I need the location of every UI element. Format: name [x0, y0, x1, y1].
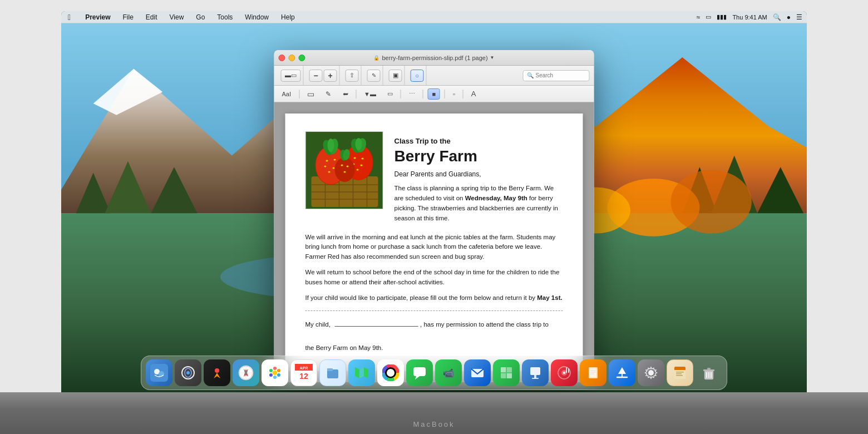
svg-rect-86 — [501, 367, 506, 372]
spotlight-icon[interactable]: 🔍 — [773, 13, 781, 21]
airplay-icon: ▭ — [706, 13, 711, 21]
dock-app-files[interactable] — [319, 359, 346, 386]
svg-point-29 — [333, 167, 335, 169]
search-box[interactable]: 🔍 — [523, 70, 590, 81]
macbook-bottom-bezel: MacBook — [0, 392, 868, 434]
menu-tools[interactable]: Tools — [215, 13, 235, 22]
pdf-greeting: Dear Parents and Guardians, — [394, 169, 563, 179]
pdf-content: Class Trip to the Berry Farm Dear Parent… — [274, 102, 594, 382]
traffic-lights — [279, 55, 305, 61]
dropdown-chevron[interactable]: ▼ — [490, 55, 495, 60]
svg-marker-77 — [359, 367, 364, 378]
maximize-button[interactable] — [299, 55, 305, 61]
dock-app-trash[interactable] — [696, 359, 722, 386]
dock-app-finder[interactable] — [146, 359, 172, 386]
svg-point-65 — [277, 369, 280, 372]
copy-controls: ▣ — [387, 66, 405, 85]
menu-view[interactable]: View — [167, 13, 186, 22]
menu-file[interactable]: File — [121, 13, 136, 22]
dock-app-keynote[interactable] — [522, 359, 549, 386]
text-tool-button[interactable]: AaI — [279, 90, 295, 98]
annotate-button[interactable]: ○ — [411, 70, 424, 82]
svg-point-69 — [269, 369, 273, 372]
dock-app-maps[interactable] — [348, 359, 375, 386]
svg-rect-92 — [532, 378, 539, 379]
dock-app-launchpad[interactable] — [204, 359, 230, 386]
svg-point-43 — [356, 138, 362, 150]
pdf-body-text-1: The class is planning a spring trip to t… — [394, 184, 563, 223]
share-button[interactable]: ⇧ — [346, 70, 359, 82]
menu-help[interactable]: Help — [279, 13, 297, 22]
pdf-header: Class Trip to the Berry Farm Dear Parent… — [305, 131, 563, 224]
text-style-button[interactable]: A — [468, 88, 480, 99]
apple-menu[interactable]:  — [66, 12, 73, 22]
minimize-button[interactable] — [289, 55, 295, 61]
shape-rect-button[interactable]: ▭ — [304, 88, 318, 100]
ann-sep-3 — [401, 90, 401, 98]
svg-rect-109 — [676, 372, 684, 373]
zoom-out-button[interactable]: − — [309, 70, 323, 82]
svg-point-95 — [563, 372, 565, 374]
dock-app-mail[interactable] — [464, 359, 491, 386]
dock-app-calendar[interactable]: APR12 — [290, 359, 317, 386]
svg-point-47 — [344, 171, 346, 173]
dock-app-siri[interactable] — [175, 359, 201, 386]
permission-text-2: , has my permission to attend the class … — [420, 321, 549, 328]
svg-point-30 — [328, 171, 331, 173]
sketch-button[interactable]: ✎ — [322, 89, 334, 99]
dock: APR12 — [141, 356, 727, 390]
lines-dropdown[interactable]: ⋯ — [406, 89, 418, 98]
notification-icon[interactable]: ☰ — [796, 13, 802, 21]
dashed-separator — [305, 310, 563, 311]
sidebar-toggle-button[interactable]: ▬▭ — [281, 70, 301, 82]
fill-button[interactable]: ▫ — [450, 90, 458, 98]
svg-rect-113 — [703, 369, 714, 371]
menu-window[interactable]: Window — [243, 13, 271, 22]
dock-app-colorpicker[interactable] — [377, 359, 404, 386]
svg-point-56 — [215, 368, 219, 373]
zoom-in-button[interactable]: + — [324, 70, 337, 82]
dock-app-photos[interactable] — [262, 359, 288, 386]
dock-app-itunes[interactable] — [551, 359, 578, 386]
pdf-page: Class Trip to the Berry Farm Dear Parent… — [285, 114, 583, 371]
menu-go[interactable]: Go — [194, 13, 207, 22]
close-button[interactable] — [279, 55, 285, 61]
siri-menubar-icon[interactable]: ● — [787, 13, 791, 21]
dock-app-facetime[interactable]: 📹 — [435, 359, 462, 386]
svg-point-37 — [362, 158, 364, 160]
dock-app-sysprefs[interactable] — [638, 359, 664, 386]
dock-app-appstore[interactable] — [609, 359, 635, 386]
rect-shape-button[interactable]: ▭ — [384, 89, 396, 98]
svg-rect-88 — [501, 373, 506, 378]
svg-point-44 — [335, 157, 355, 182]
signature-button[interactable]: ➥ — [339, 89, 351, 99]
pdf-header-text: Class Trip to the Berry Farm Dear Parent… — [394, 131, 563, 224]
window-title-text: berry-farm-permission-slip.pdf (1 page) — [382, 55, 487, 61]
svg-rect-89 — [507, 373, 512, 378]
dock-app-safari[interactable] — [233, 359, 259, 386]
svg-point-27 — [334, 159, 336, 161]
pen-button[interactable]: ✎ — [367, 70, 381, 82]
dock-app-messages[interactable] — [406, 359, 433, 386]
copy-button[interactable]: ▣ — [389, 70, 402, 82]
paragraph4-bold: May 1st. — [537, 294, 562, 301]
view-controls: ▬▭ — [279, 66, 304, 85]
menu-edit[interactable]: Edit — [144, 13, 160, 22]
dock-app-ibooks[interactable] — [580, 359, 606, 386]
border-button[interactable]: ■ — [428, 88, 440, 100]
svg-text:12: 12 — [299, 372, 308, 381]
svg-rect-114 — [707, 368, 711, 369]
signature-line — [334, 326, 418, 327]
shapes-dropdown[interactable]: ▼▬ — [361, 90, 379, 98]
pdf-subtitle: Class Trip to the — [394, 136, 563, 147]
search-input[interactable] — [536, 72, 586, 78]
menu-app-name[interactable]: Preview — [83, 13, 112, 22]
text-tool-label: AaI — [282, 91, 292, 97]
svg-rect-75 — [327, 368, 333, 371]
search-icon: 🔍 — [527, 72, 534, 78]
svg-point-13 — [671, 170, 752, 233]
ann-sep-4 — [423, 90, 423, 98]
permission-text-3: the Berry Farm on May 9th. — [305, 344, 383, 351]
dock-app-preview[interactable] — [667, 359, 693, 386]
dock-app-numbers[interactable] — [493, 359, 520, 386]
